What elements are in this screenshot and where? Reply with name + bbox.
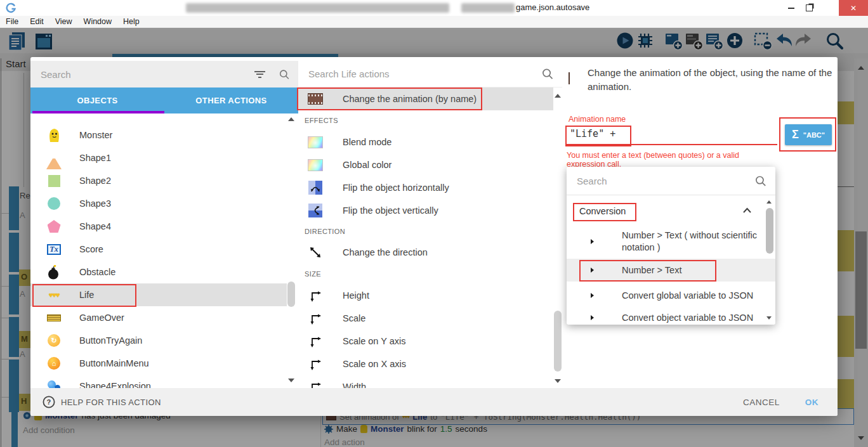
menu-bar: File Edit View Window Help [0,16,868,28]
scroll-up-icon[interactable] [766,200,772,204]
object-row-monster[interactable]: Monster [30,124,287,146]
retry-button-icon: ↻ [46,333,62,348]
object-row-score[interactable]: Tx Score [30,238,287,261]
app-window: game.json.autosave ✕ File Edit View Wind… [0,0,868,447]
explosion-particles-icon [46,379,62,388]
chevron-up-icon[interactable] [742,207,752,214]
scrollbar-thumb[interactable] [766,208,773,254]
scrollbar-thumb[interactable] [287,282,295,307]
action-row-blend-mode[interactable]: Blend mode [298,131,553,153]
object-row-shape4[interactable]: Shape4 [30,215,287,238]
expression-item-number-text-nosci[interactable]: Number > Text ( without scientific notat… [567,227,775,256]
action-row-scale[interactable]: Scale [298,307,553,330]
action-row-scale-y[interactable]: Scale on Y axis [298,330,553,353]
actions-search[interactable] [298,61,562,87]
menu-help[interactable]: Help [123,17,140,26]
title-bar: game.json.autosave ✕ [0,0,868,16]
window-title: game.json.autosave [516,3,589,12]
object-row-obstacle[interactable]: Obstacle [30,261,287,283]
caret-right-icon[interactable] [591,293,594,298]
action-row-scale-x[interactable]: Scale on X axis [298,353,553,375]
validation-error: You must enter a text (between quotes) o… [567,151,779,169]
caret-right-icon[interactable] [591,239,594,244]
object-row-buttontryagain[interactable]: ↻ ButtonTryAgain [30,329,287,352]
blend-mode-icon [308,134,323,150]
action-row-height[interactable]: Height [298,284,553,307]
objects-search[interactable] [30,61,298,87]
menu-edit[interactable]: Edit [30,17,44,26]
ok-button[interactable]: OK [805,398,819,407]
bomb-icon [46,264,62,280]
search-icon [279,68,289,81]
action-row-flip-vertical[interactable]: Flip the object vertically [298,199,553,222]
title-blurred-text [186,3,449,13]
action-description: Change the animation of the object, usin… [588,66,841,94]
object-row-shape3[interactable]: Shape3 [30,192,287,215]
menu-view[interactable]: View [55,17,72,26]
object-row-shape4explosion[interactable]: Shape4Explosion [30,375,287,388]
help-link[interactable]: ? HELP FOR THIS ACTION [43,396,161,408]
resize-corner-icon [308,379,323,388]
circle-icon [46,196,62,211]
menu-file[interactable]: File [6,17,18,26]
caret-right-icon[interactable] [591,315,594,320]
resize-corner-icon [308,334,323,349]
scroll-down-icon[interactable] [555,379,561,383]
diagonal-arrows-icon [308,245,323,260]
action-row-width[interactable]: Width [298,375,553,388]
scroll-down-icon[interactable] [288,379,294,382]
help-icon: ? [43,396,55,408]
text-object-icon: Tx [46,242,62,257]
search-icon [755,175,766,187]
action-row-flip-horizontal[interactable]: Flip the object horizontally [298,176,553,199]
annotation-box-life [32,284,136,307]
object-row-shape1[interactable]: Shape1 [30,146,287,169]
object-row-gameover[interactable]: GameOver [30,306,287,329]
object-row-shape2[interactable]: Shape2 [30,169,287,192]
scroll-up-icon[interactable] [555,94,561,98]
resize-corner-icon [308,311,323,326]
color-palette-icon [308,157,323,172]
annotation-box-conversion [573,203,636,221]
tab-other-actions[interactable]: OTHER ACTIONS [164,87,298,113]
action-editor-dialog: OBJECTS OTHER ACTIONS Monster Shape1 Sha… [30,57,838,416]
annotation-box-expression-button [779,117,836,152]
object-row-buttonmainmenu[interactable]: ⌂ ButtonMainMenu [30,352,287,375]
actions-search-input[interactable] [307,68,542,80]
objects-search-input[interactable] [39,68,254,81]
home-button-icon: ⌂ [46,356,62,371]
objects-scrollbar[interactable] [287,113,296,388]
banner-icon [46,310,62,325]
expression-item-global-var-json[interactable]: Convert global variable to JSON [567,285,775,306]
expression-search[interactable] [567,167,775,195]
tab-objects[interactable]: OBJECTS [30,87,164,113]
objects-list: Monster Shape1 Shape2 Shape3 Shape4 Tx S… [30,113,287,388]
close-button[interactable]: ✕ [839,0,868,16]
section-header-size: SIZE [298,264,553,284]
action-row-global-color[interactable]: Global color [298,153,553,176]
section-header-direction: DIRECTION [298,222,553,241]
minimize-button[interactable] [782,0,800,16]
svg-text:?: ? [46,398,51,406]
cancel-button[interactable]: CANCEL [743,398,780,407]
resize-corner-icon [308,356,323,372]
expression-scrollbar[interactable] [765,198,774,325]
scroll-up-icon[interactable] [288,117,294,121]
expression-search-input[interactable] [575,175,755,187]
monster-icon [46,127,62,143]
actions-list: EFFECTS Blend mode Global color Flip the… [298,112,553,388]
film-icon [569,73,570,84]
expression-item-object-var-json[interactable]: Convert object variable to JSON [567,307,775,325]
annotation-box-field-value [565,126,631,146]
action-row-change-direction[interactable]: Change the direction [298,241,553,264]
flip-horizontal-icon [308,180,323,195]
expression-popup: Conversion Number > Text ( without scien… [567,167,775,325]
restore-button[interactable] [800,0,818,16]
actions-scrollbar[interactable] [553,91,562,388]
scrollbar-thumb[interactable] [554,311,562,372]
scroll-down-icon[interactable] [766,316,772,320]
resize-corner-icon [308,288,323,303]
filter-icon[interactable] [254,69,265,79]
search-icon [542,68,553,80]
menu-window[interactable]: Window [84,17,112,26]
